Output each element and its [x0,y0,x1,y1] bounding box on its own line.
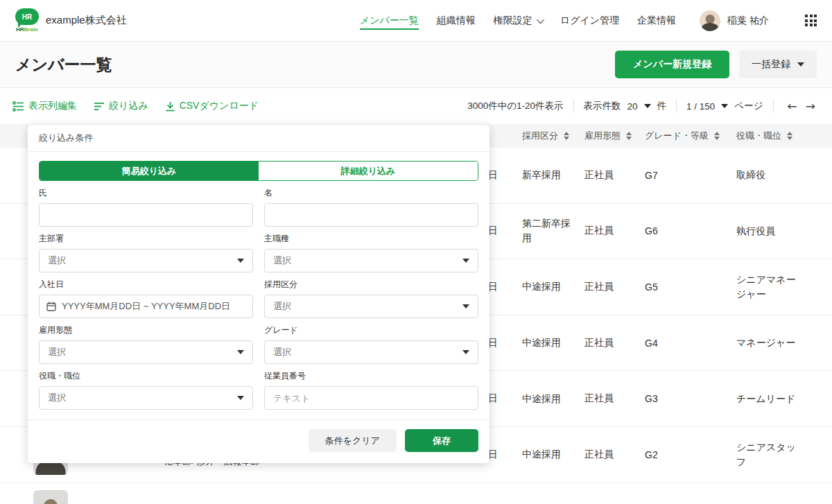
member-photo [33,490,68,504]
hire-date-range-input[interactable]: YYYY年MM月DD日 ~ YYYY年MM月DD日 [39,295,253,318]
per-page-value: 20 [627,101,638,112]
next-page-arrow[interactable]: → [801,99,820,113]
header-recruit-type[interactable]: 採用区分 [522,130,584,142]
member-recruit-type: 新卒採用 [522,168,584,182]
edit-columns-button[interactable]: 表示列編集 [12,100,77,112]
header-employment-type[interactable]: 雇用形態 [584,130,645,142]
member-employment-type: 正社員 [584,392,645,405]
member-role: シニアマネージャー [736,272,832,302]
dropdown-icon [462,259,469,263]
last-name-input[interactable] [39,203,253,227]
divider [773,99,774,113]
main-job-select[interactable]: 選択 [264,249,478,272]
main-nav: メンバー一覧組織情報権限設定ログイン管理企業情報 [360,12,676,30]
grade-label: グレード [264,324,478,336]
page-select-control: 1 / 150 ページ [686,100,763,112]
user-name: 稲葉 祐介 [727,15,769,27]
top-header: HR HRBrain example株式会社 メンバー一覧組織情報権限設定ログイ… [0,0,832,42]
member-employment-type: 正社員 [584,449,645,461]
divider [676,99,677,113]
per-page-dropdown-icon[interactable] [644,104,651,108]
sort-icon [787,132,792,140]
tab-simple-filter[interactable]: 簡易絞り込み [40,162,259,180]
filter-button[interactable]: 絞り込み [94,100,148,112]
member-employment-type: 正社員 [584,337,645,349]
new-member-button[interactable]: メンバー新規登録 [615,51,729,78]
dropdown-icon [237,259,244,263]
member-recruit-type: 第二新卒採用 [522,216,584,245]
nav-item[interactable]: メンバー一覧 [360,12,419,30]
chevron-down-icon [537,15,544,23]
employment-type-label: 雇用形態 [39,324,253,336]
position-select[interactable]: 選択 [39,386,253,410]
member-role: 取締役 [736,168,832,182]
employee-no-input[interactable] [264,386,478,410]
employment-type-select[interactable]: 選択 [39,340,253,364]
logo-bubble-text: HR [22,13,32,21]
person-silhouette-icon [33,490,68,504]
title-band: メンバー一覧 メンバー新規登録 一括登録 [0,42,832,88]
calendar-icon [46,302,56,311]
sort-icon [626,132,632,140]
hrbrain-logo[interactable]: HR HRBrain [15,8,39,33]
member-role: マネージャー [736,336,832,350]
filter-panel: 絞り込み条件 簡易絞り込み 詳細絞り込み 氏 名 主部署 選択 [28,125,489,463]
user-menu[interactable]: 稲葉 祐介 [700,10,769,31]
position-label: 役職・職位 [39,370,253,382]
member-role: チームリード [736,392,832,406]
grade-select[interactable]: 選択 [264,340,478,364]
clear-conditions-button[interactable]: 条件をクリア [309,429,397,452]
hire-date-label: 入社日 [39,279,253,290]
nav-item[interactable]: 組織情報 [437,12,476,30]
tab-detail-filter[interactable]: 詳細絞り込み [259,162,478,180]
per-page-control: 表示件数 20 件 [584,100,667,112]
header-grade[interactable]: グレード・等級 [645,130,736,142]
main-dept-label: 主部署 [39,233,253,245]
employee-no-label: 従業員番号 [264,370,478,382]
result-count: 3000件中の1-20件表示 [467,100,563,112]
dropdown-icon [462,350,469,354]
first-name-input[interactable] [264,203,478,227]
page-title: メンバー一覧 [15,54,112,76]
csv-download-button[interactable]: CSVダウンロード [165,100,259,112]
header-role[interactable]: 役職・職位 [736,130,832,142]
save-button[interactable]: 保存 [405,429,478,452]
prev-page-arrow[interactable]: ← [783,99,801,113]
member-recruit-type: 中途採用 [522,447,584,462]
nav-item[interactable]: ログイン管理 [560,12,619,30]
member-grade: G4 [645,338,736,349]
dropdown-icon [462,304,469,309]
page: HR HRBrain example株式会社 メンバー一覧組織情報権限設定ログイ… [0,0,832,504]
filter-mode-tabs: 簡易絞り込み 詳細絞り込み [39,161,478,181]
nav-item[interactable]: 権限設定 [494,12,542,30]
pagination-bar: 3000件中の1-20件表示 表示件数 20 件 1 / 150 ページ ← → [467,99,820,113]
member-grade: G7 [645,170,736,181]
page-dropdown-icon[interactable] [721,104,728,108]
first-name-label: 名 [264,187,478,199]
filter-panel-footer: 条件をクリア 保存 [28,419,489,463]
last-name-label: 氏 [39,187,253,199]
company-name: example株式会社 [46,14,127,27]
divider [573,99,574,113]
chevron-down-icon [797,62,804,67]
main-dept-select[interactable]: 選択 [39,249,253,272]
user-avatar [700,10,720,31]
main-job-label: 主職種 [264,233,478,245]
filter-panel-title: 絞り込み条件 [28,125,489,152]
sort-icon [714,132,720,140]
title-actions: メンバー新規登録 一括登録 [615,51,817,78]
member-grade: G2 [645,449,736,460]
member-recruit-type: 中途採用 [522,336,584,350]
download-icon [165,101,175,112]
member-grade: G5 [645,281,736,293]
bulk-register-button[interactable]: 一括登録 [739,51,817,78]
filter-icon [94,102,105,111]
apps-grid-icon[interactable] [805,15,817,26]
nav-item[interactable]: 企業情報 [637,12,676,30]
recruit-type-select[interactable]: 選択 [264,295,478,318]
hrbrain-logo-bubble: HR [15,8,39,25]
sort-icon [564,132,569,140]
table-row[interactable] [0,483,832,504]
member-employment-type: 正社員 [584,169,645,182]
recruit-type-label: 採用区分 [264,279,478,290]
